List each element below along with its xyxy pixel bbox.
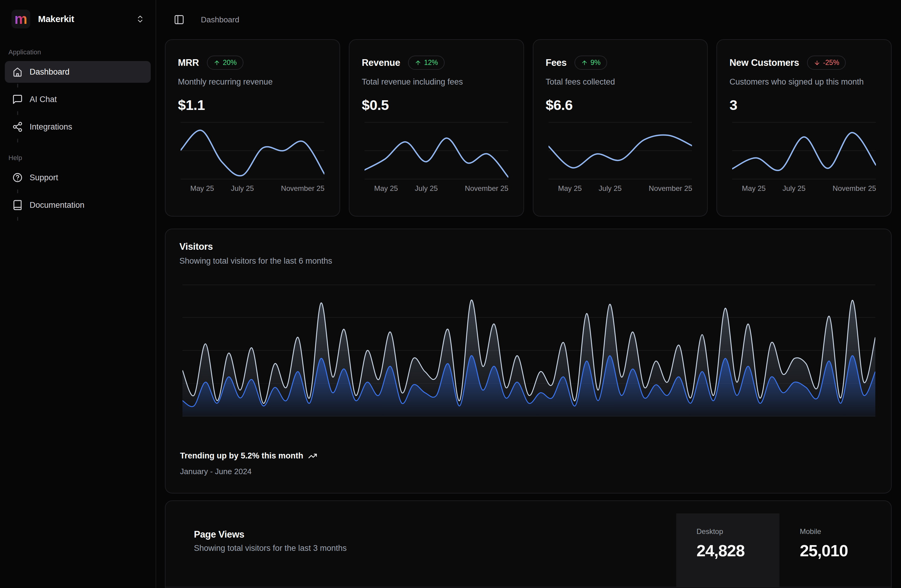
- nav-tick: [17, 189, 18, 193]
- x-tick: July 25: [415, 184, 438, 193]
- workspace-switcher[interactable]: m Makerkit: [0, 0, 156, 37]
- spark-x-axis: May 25 July 25 November 25: [365, 184, 508, 193]
- share-icon: [12, 122, 23, 132]
- visitors-subtitle: Showing total visitors for the last 6 mo…: [179, 256, 332, 266]
- sparkline-chart: [181, 122, 324, 179]
- chevrons-up-down-icon[interactable]: [136, 14, 145, 23]
- stat-value: 3: [730, 97, 737, 113]
- nav-section-label-application: Application: [8, 48, 151, 56]
- workspace-name: Makerkit: [38, 14, 74, 24]
- arrow-down-icon: [814, 59, 820, 66]
- stat-value: $0.5: [362, 97, 389, 113]
- x-tick: May 25: [558, 184, 582, 193]
- visitors-card: Visitors Showing total visitors for the …: [165, 229, 892, 493]
- page-views-mobile-toggle[interactable]: Mobile 25,010: [779, 513, 892, 587]
- sidebar-item-ai-chat[interactable]: AI Chat: [5, 89, 151, 110]
- visitors-date-range: January - June 2024: [180, 467, 252, 476]
- trend-badge: -25%: [807, 56, 846, 70]
- sidebar-item-integrations[interactable]: Integrations: [5, 116, 151, 138]
- sidebar-item-label: Integrations: [30, 122, 72, 132]
- sidebar-item-label: Dashboard: [30, 67, 70, 77]
- trend-badge: 12%: [408, 56, 444, 70]
- trend-badge: 9%: [575, 56, 607, 70]
- visitors-area-chart: [182, 284, 875, 416]
- stat-title: MRR: [178, 58, 199, 68]
- sparkline-chart: [365, 122, 508, 179]
- spark-x-axis: May 25 July 25 November 25: [181, 184, 324, 193]
- desktop-label: Desktop: [697, 527, 723, 536]
- sparkline-chart: [732, 122, 876, 179]
- x-tick: July 25: [599, 184, 622, 193]
- sidebar: m Makerkit Application Dashboard AI Chat: [0, 0, 156, 588]
- visitors-trend-text: Trending up by 5.2% this month: [180, 451, 303, 460]
- mobile-value: 25,010: [800, 541, 848, 560]
- x-tick: May 25: [374, 184, 398, 193]
- page-views-card: Page Views Showing total visitors for th…: [165, 501, 892, 588]
- trend-badge: 20%: [207, 56, 243, 70]
- stat-description: Total revenue including fees: [362, 77, 463, 87]
- stat-description: Total fees collected: [546, 77, 615, 87]
- dashboard-content: MRR 20% Monthly recurring revenue $1.1 M…: [156, 39, 901, 588]
- stat-card-revenue: Revenue 12% Total revenue including fees…: [349, 39, 524, 217]
- help-circle-icon: [12, 172, 23, 183]
- desktop-value: 24,828: [697, 541, 745, 560]
- nav-tick: [17, 217, 18, 221]
- x-tick: November 25: [649, 184, 692, 193]
- arrow-up-icon: [415, 59, 421, 66]
- x-tick: November 25: [465, 184, 508, 193]
- nav-section-label-help: Help: [8, 154, 151, 162]
- stat-description: Monthly recurring revenue: [178, 77, 273, 87]
- x-tick: May 25: [190, 184, 214, 193]
- stat-value: $6.6: [546, 97, 573, 113]
- sidebar-item-label: Support: [30, 173, 58, 182]
- makerkit-logo-letter: m: [14, 12, 28, 26]
- stat-title: Revenue: [362, 58, 400, 68]
- stat-title: Fees: [546, 58, 567, 68]
- sidebar-item-dashboard[interactable]: Dashboard: [5, 61, 151, 83]
- nav-tick: [17, 84, 18, 87]
- x-tick: July 25: [231, 184, 254, 193]
- x-tick: May 25: [742, 184, 766, 193]
- panel-left-icon[interactable]: [174, 14, 184, 25]
- visitors-title: Visitors: [179, 241, 213, 252]
- page-views-header-divider: [165, 587, 891, 587]
- page-views-title: Page Views: [194, 529, 244, 540]
- stat-card-fees: Fees 9% Total fees collected $6.6 May 25…: [533, 39, 708, 217]
- stat-value: $1.1: [178, 97, 205, 113]
- stat-card-new-customers: New Customers -25% Customers who signed …: [717, 39, 892, 217]
- sidebar-item-support[interactable]: Support: [5, 167, 151, 189]
- sidebar-item-label: Documentation: [30, 201, 84, 210]
- stat-title: New Customers: [730, 58, 799, 68]
- topbar: Dashboard: [156, 0, 901, 39]
- makerkit-logo: m: [11, 10, 30, 28]
- home-icon: [12, 66, 23, 77]
- arrow-up-icon: [214, 59, 220, 66]
- nav-tick: [17, 111, 18, 115]
- sparkline-chart: [549, 122, 692, 179]
- page-views-desktop-toggle[interactable]: Desktop 24,828: [676, 513, 779, 587]
- sidebar-nav: Application Dashboard AI Chat Integratio…: [0, 48, 156, 221]
- stat-card-mrr: MRR 20% Monthly recurring revenue $1.1 M…: [165, 39, 340, 217]
- sidebar-item-documentation[interactable]: Documentation: [5, 194, 151, 216]
- trending-up-icon: [308, 451, 317, 460]
- breadcrumb: Dashboard: [201, 15, 239, 25]
- arrow-up-icon: [581, 59, 588, 66]
- x-tick: July 25: [783, 184, 806, 193]
- mobile-label: Mobile: [800, 527, 821, 536]
- chat-icon: [12, 94, 23, 105]
- main-content: Dashboard MRR 20% Monthly recurring reve…: [156, 0, 901, 588]
- x-tick: November 25: [281, 184, 324, 193]
- stat-description: Customers who signed up this month: [730, 77, 864, 87]
- spark-x-axis: May 25 July 25 November 25: [549, 184, 692, 193]
- page-views-subtitle: Showing total visitors for the last 3 mo…: [194, 544, 347, 553]
- stats-row: MRR 20% Monthly recurring revenue $1.1 M…: [165, 39, 892, 217]
- nav-tick: [17, 139, 18, 142]
- book-icon: [12, 200, 23, 211]
- x-tick: November 25: [833, 184, 876, 193]
- spark-x-axis: May 25 July 25 November 25: [732, 184, 876, 193]
- sidebar-item-label: AI Chat: [30, 95, 57, 104]
- visitors-footer: Trending up by 5.2% this month: [180, 451, 317, 460]
